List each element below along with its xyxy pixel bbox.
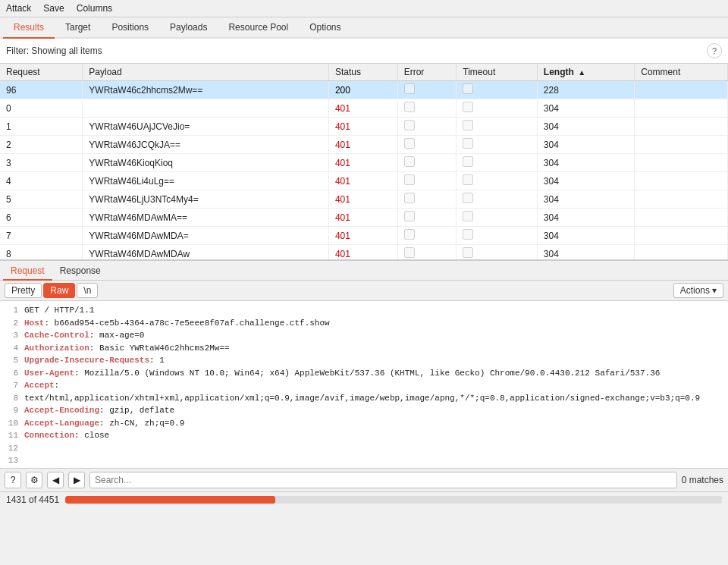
- menu-bar: Attack Save Columns: [0, 0, 728, 17]
- table-row[interactable]: 1 YWRtaW46UAjJCVeJio= 401 304: [0, 118, 728, 136]
- code-line: 3Cache-Control: max-age=0: [0, 329, 728, 342]
- col-error[interactable]: Error: [397, 64, 457, 81]
- table-row[interactable]: 6 YWRtaW46MDAwMA== 401 304: [0, 209, 728, 227]
- format-bar: Pretty Raw \n Actions ▾: [0, 281, 728, 301]
- tab-payloads[interactable]: Payloads: [159, 17, 218, 39]
- cell-status: 401: [328, 172, 397, 190]
- code-line: 11Connection: close: [0, 429, 728, 442]
- cell-request: 2: [0, 136, 83, 154]
- cell-request: 7: [0, 227, 83, 245]
- cell-timeout: [457, 227, 538, 245]
- table-row[interactable]: 2 YWRtaW46JCQkJA== 401 304: [0, 136, 728, 154]
- cell-status: 401: [328, 136, 397, 154]
- table-row[interactable]: 3 YWRtaW46KioqKioq 401 304: [0, 154, 728, 172]
- cell-status: 401: [328, 227, 397, 245]
- cell-error: [397, 245, 457, 262]
- settings-icon-button[interactable]: ⚙: [26, 472, 42, 488]
- tab-resource-pool[interactable]: Resource Pool: [218, 17, 299, 39]
- cell-timeout: [457, 245, 538, 262]
- menu-columns[interactable]: Columns: [77, 3, 112, 14]
- cell-request: 0: [0, 99, 83, 118]
- chevron-down-icon: ▾: [712, 285, 717, 296]
- back-button[interactable]: ◀: [47, 472, 64, 488]
- tab-request[interactable]: Request: [3, 262, 52, 281]
- cell-request: 6: [0, 209, 83, 227]
- cell-timeout: [457, 172, 538, 190]
- col-comment[interactable]: Comment: [635, 64, 728, 81]
- filter-text: Filter: Showing all items: [6, 46, 707, 56]
- code-line: 9Accept-Encoding: gzip, deflate: [0, 404, 728, 417]
- format-newline[interactable]: \n: [77, 283, 98, 298]
- code-line: 7Accept:: [0, 379, 728, 392]
- cell-timeout: [457, 154, 538, 172]
- tab-positions[interactable]: Positions: [101, 17, 159, 39]
- menu-save[interactable]: Save: [43, 3, 64, 14]
- cell-request: 96: [0, 81, 83, 99]
- cell-error: [397, 172, 457, 190]
- table-row[interactable]: 96 YWRtaW46c2hhcms2Mw== 200 228: [0, 81, 728, 99]
- help-button[interactable]: ?: [707, 43, 722, 58]
- cell-length: 228: [537, 81, 634, 99]
- cell-payload: YWRtaW46MDAwMDA=: [83, 227, 329, 245]
- tab-target[interactable]: Target: [55, 17, 101, 39]
- table-row[interactable]: 8 YWRtaW46MDAwMDAw 401 304: [0, 245, 728, 262]
- cell-comment: [635, 190, 728, 209]
- cell-error: [397, 154, 457, 172]
- cell-payload: YWRtaW46MDAwMA==: [83, 209, 329, 227]
- main-tabs: Results Target Positions Payloads Resour…: [0, 17, 728, 39]
- status-bar: 1431 of 4451: [0, 491, 728, 507]
- help-icon-button[interactable]: ?: [5, 472, 21, 488]
- code-line: 6User-Agent: Mozilla/5.0 (Windows NT 10.…: [0, 367, 728, 380]
- cell-request: 1: [0, 118, 83, 136]
- cell-request: 5: [0, 190, 83, 209]
- table-row[interactable]: 5 YWRtaW46LjU3NTc4My4= 401 304: [0, 190, 728, 209]
- cell-timeout: [457, 81, 538, 99]
- table-row[interactable]: 4 YWRtaW46Li4uLg== 401 304: [0, 172, 728, 190]
- search-input[interactable]: [89, 472, 677, 488]
- format-raw[interactable]: Raw: [43, 283, 75, 298]
- actions-button[interactable]: Actions ▾: [673, 283, 723, 298]
- cell-comment: [635, 245, 728, 262]
- tab-results[interactable]: Results: [3, 17, 55, 39]
- table-row[interactable]: 0 401 304: [0, 99, 728, 118]
- col-request[interactable]: Request: [0, 64, 83, 81]
- sort-arrow: ▲: [578, 68, 585, 77]
- cell-status: 401: [328, 154, 397, 172]
- cell-status: 200: [328, 81, 397, 99]
- table-row[interactable]: 7 YWRtaW46MDAwMDA= 401 304: [0, 227, 728, 245]
- cell-comment: [635, 118, 728, 136]
- cell-payload: [83, 99, 329, 118]
- tab-options[interactable]: Options: [299, 17, 351, 39]
- cell-comment: [635, 81, 728, 99]
- col-payload[interactable]: Payload: [83, 64, 329, 81]
- forward-button[interactable]: ▶: [68, 472, 85, 488]
- results-table-container: Request Payload Status Error Timeout Len…: [0, 64, 728, 261]
- bottom-bar: ? ⚙ ◀ ▶ 0 matches: [0, 468, 728, 491]
- col-timeout[interactable]: Timeout: [457, 64, 538, 81]
- cell-comment: [635, 209, 728, 227]
- cell-payload: YWRtaW46c2hhcms2Mw==: [83, 81, 329, 99]
- col-status[interactable]: Status: [328, 64, 397, 81]
- cell-length: 304: [537, 190, 634, 209]
- code-line: 2Host: b66ad954-ce5b-4364-a78c-7e5eee8f0…: [0, 317, 728, 330]
- cell-request: 8: [0, 245, 83, 262]
- req-resp-tabs: Request Response: [0, 261, 728, 281]
- cell-timeout: [457, 136, 538, 154]
- matches-count: 0 matches: [682, 475, 723, 485]
- tab-response[interactable]: Response: [52, 262, 108, 281]
- cell-comment: [635, 136, 728, 154]
- format-pretty[interactable]: Pretty: [5, 283, 42, 298]
- cell-status: 401: [328, 245, 397, 262]
- progress-fill: [65, 496, 275, 504]
- cell-length: 304: [537, 209, 634, 227]
- cell-length: 304: [537, 245, 634, 262]
- cell-timeout: [457, 99, 538, 118]
- cell-payload: YWRtaW46UAjJCVeJio=: [83, 118, 329, 136]
- col-length[interactable]: Length ▲: [537, 64, 634, 81]
- cell-status: 401: [328, 190, 397, 209]
- cell-timeout: [457, 118, 538, 136]
- menu-attack[interactable]: Attack: [6, 3, 31, 14]
- cell-payload: YWRtaW46MDAwMDAw: [83, 245, 329, 262]
- cell-status: 401: [328, 209, 397, 227]
- cell-length: 304: [537, 118, 634, 136]
